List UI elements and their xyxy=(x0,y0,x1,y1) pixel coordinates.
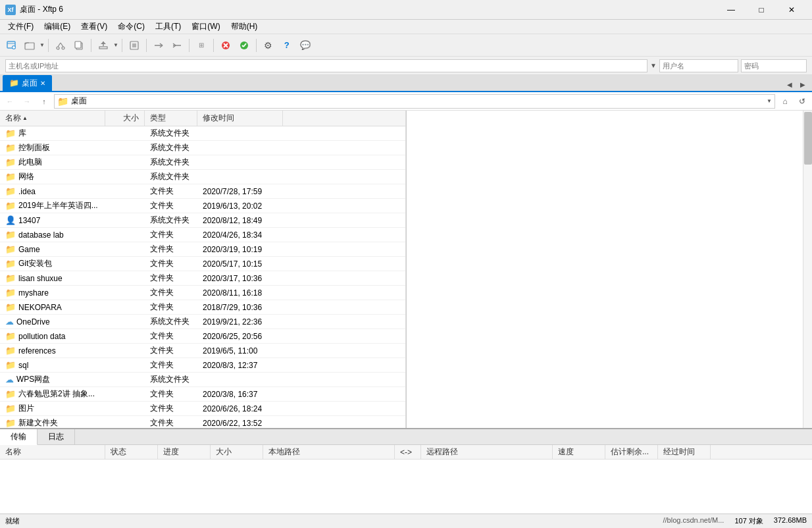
table-row[interactable]: 📁 Game 文件夹 2020/3/19, 10:19 xyxy=(0,242,405,257)
header-date[interactable]: 修改时间 xyxy=(197,111,283,126)
path-home-button[interactable]: ⌂ xyxy=(778,94,792,109)
table-row[interactable]: 📁 2019年上半年英语四... 文件夹 2019/6/13, 20:02 xyxy=(0,199,405,213)
close-button[interactable]: ✕ xyxy=(776,0,807,20)
file-type-cell: 系统文件夹 xyxy=(145,157,197,168)
host-input[interactable] xyxy=(5,59,647,72)
host-dropdown-arrow[interactable]: ▼ xyxy=(650,62,657,69)
file-type-cell: 文件夹 xyxy=(145,186,197,197)
btn-green[interactable] xyxy=(236,37,253,54)
open-session-button[interactable] xyxy=(21,37,38,54)
minimize-button[interactable]: — xyxy=(716,0,746,20)
menu-tools[interactable]: 工具(T) xyxy=(150,20,186,34)
desktop-tab[interactable]: 📁 桌面 ✕ xyxy=(3,75,52,91)
transfer-col-local[interactable]: 本地路径 xyxy=(263,445,395,459)
table-row[interactable]: 📁 sql 文件夹 2020/8/3, 12:37 xyxy=(0,358,405,373)
upload-dropdown-arrow[interactable]: ▼ xyxy=(113,42,118,48)
settings-button[interactable]: ⚙ xyxy=(260,37,277,54)
file-name-cell: 📁 myshare xyxy=(0,288,105,298)
table-row[interactable]: 📁 NEKOPARA 文件夹 2018/7/29, 10:36 xyxy=(0,300,405,315)
file-name-cell: 📁 库 xyxy=(0,128,105,139)
tab-prev-button[interactable]: ◀ xyxy=(783,78,796,91)
menu-edit[interactable]: 编辑(E) xyxy=(39,20,76,34)
header-type[interactable]: 类型 xyxy=(145,111,197,126)
table-row[interactable]: 📁 myshare 文件夹 2020/8/11, 16:18 xyxy=(0,286,405,300)
transfer-col-eta[interactable]: 估计剩余... xyxy=(605,445,658,459)
cut-button[interactable] xyxy=(52,37,69,54)
file-name-cell: 📁 Git安装包 xyxy=(0,258,105,269)
btn-8[interactable]: ⊞ xyxy=(193,37,210,54)
table-row[interactable]: 📁 网络 系统文件夹 xyxy=(0,170,405,184)
help-button[interactable]: ? xyxy=(278,37,295,54)
file-rows: 📁 库 系统文件夹 📁 控制面板 系统文件夹 📁 此电脑 系统文件夹 📁 网络 … xyxy=(0,126,405,428)
menu-view[interactable]: 查看(V) xyxy=(76,20,113,34)
table-row[interactable]: 📁 控制面板 系统文件夹 xyxy=(0,141,405,155)
chat-button[interactable]: 💬 xyxy=(297,37,314,54)
table-row[interactable]: 📁 此电脑 系统文件夹 xyxy=(0,155,405,170)
path-refresh-button[interactable]: ↺ xyxy=(795,94,809,109)
path-dropdown-arrow[interactable]: ▼ xyxy=(767,98,772,104)
open-dropdown-arrow[interactable]: ▼ xyxy=(39,42,45,48)
header-name[interactable]: 名称 ▲ xyxy=(0,111,105,126)
forward-button[interactable]: → xyxy=(20,94,34,109)
file-type-cell: 系统文件夹 xyxy=(145,215,197,226)
menu-help[interactable]: 帮助(H) xyxy=(226,20,263,34)
username-input[interactable] xyxy=(659,59,738,72)
path-text: 桌面 xyxy=(71,95,764,107)
transfer-col-arrow[interactable]: <-> xyxy=(395,445,421,459)
transfer-col-progress[interactable]: 进度 xyxy=(158,445,211,459)
tab-folder-icon: 📁 xyxy=(9,78,19,88)
table-row[interactable]: 📁 库 系统文件夹 xyxy=(0,126,405,141)
transfer-col-status[interactable]: 状态 xyxy=(105,445,158,459)
btn-red[interactable] xyxy=(217,37,234,54)
tab-label: 桌面 xyxy=(22,78,38,89)
menu-command[interactable]: 命令(C) xyxy=(113,20,150,34)
btn-7[interactable] xyxy=(168,37,186,54)
up-button[interactable]: ↑ xyxy=(37,94,51,109)
table-row[interactable]: ☁ OneDrive 系统文件夹 2019/9/21, 22:36 xyxy=(0,315,405,329)
table-row[interactable]: 📁 references 文件夹 2019/6/5, 11:00 xyxy=(0,344,405,358)
table-row[interactable]: 📁 pollution data 文件夹 2020/6/25, 20:56 xyxy=(0,329,405,344)
panes-area: 名称 ▲ 大小 类型 修改时间 📁 库 系统文件夹 xyxy=(0,111,812,428)
table-row[interactable]: 📁 database lab 文件夹 2020/4/26, 18:34 xyxy=(0,228,405,242)
btn-5[interactable] xyxy=(126,37,143,54)
table-row[interactable]: 📁 Git安装包 文件夹 2020/5/17, 10:15 xyxy=(0,257,405,271)
table-row[interactable]: 📁 六春勉思第2讲 抽象... 文件夹 2020/3/8, 16:37 xyxy=(0,387,405,402)
header-size[interactable]: 大小 xyxy=(105,111,145,126)
transfer-content xyxy=(0,460,812,514)
copy-button[interactable] xyxy=(70,37,88,54)
table-row[interactable]: 📁 .idea 文件夹 2020/7/28, 17:59 xyxy=(0,184,405,199)
btn-6[interactable] xyxy=(150,37,167,54)
maximize-button[interactable]: □ xyxy=(746,0,776,20)
transfer-col-remote[interactable]: 远程路径 xyxy=(421,445,553,459)
file-date-cell: 2020/8/11, 16:18 xyxy=(197,288,283,298)
password-input[interactable] xyxy=(741,59,807,72)
menu-file[interactable]: 文件(F) xyxy=(3,20,39,34)
file-date-cell: 2018/7/29, 10:36 xyxy=(197,303,283,312)
file-name-cell: 📁 pollution data xyxy=(0,331,105,341)
table-row[interactable]: 📁 lisan shuxue 文件夹 2020/3/17, 10:36 xyxy=(0,271,405,286)
path-input[interactable]: 📁 桌面 ▼ xyxy=(54,94,775,109)
transfer-col-elapsed[interactable]: 经过时间 xyxy=(658,445,711,459)
transfer-col-name[interactable]: 名称 xyxy=(0,445,105,459)
remote-file-pane xyxy=(406,111,812,428)
transfer-col-speed[interactable]: 速度 xyxy=(553,445,605,459)
file-name-cell: ☁ OneDrive xyxy=(0,317,105,327)
tab-next-button[interactable]: ▶ xyxy=(796,78,809,91)
table-row[interactable]: 📁 新建文件夹 文件夹 2020/6/22, 13:52 xyxy=(0,416,405,428)
transfer-tab[interactable]: 传输 xyxy=(0,429,38,445)
transfer-col-size[interactable]: 大小 xyxy=(211,445,263,459)
file-type-cell: 文件夹 xyxy=(145,287,197,298)
log-tab[interactable]: 日志 xyxy=(38,429,75,444)
back-button[interactable]: ← xyxy=(3,94,17,109)
tab-close-button[interactable]: ✕ xyxy=(40,80,45,87)
upload-button[interactable] xyxy=(95,37,112,54)
table-row[interactable]: 📁 图片 文件夹 2020/6/26, 18:24 xyxy=(0,402,405,416)
remote-scrollbar-thumb[interactable] xyxy=(804,112,812,165)
new-session-button[interactable] xyxy=(3,37,20,54)
tab-navigation: ◀ ▶ xyxy=(783,78,812,91)
file-date-cell: 2020/3/17, 10:36 xyxy=(197,274,283,283)
menu-window[interactable]: 窗口(W) xyxy=(186,20,225,34)
table-row[interactable]: 👤 13407 系统文件夹 2020/8/12, 18:49 xyxy=(0,213,405,228)
status-size: 372.68MB xyxy=(774,516,807,526)
table-row[interactable]: ☁ WPS网盘 系统文件夹 xyxy=(0,373,405,387)
